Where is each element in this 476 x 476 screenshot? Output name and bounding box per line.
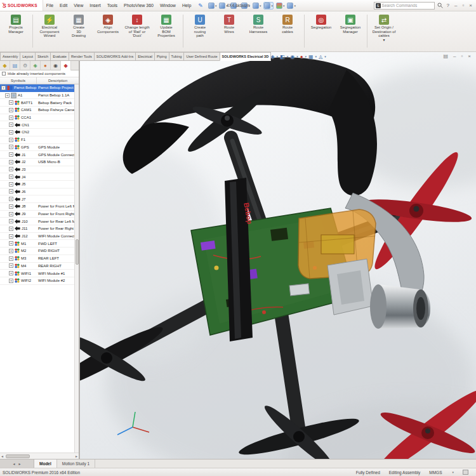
tree-row-j10[interactable]: +J10Power for Rear Left Motor: [0, 218, 74, 225]
expander-icon[interactable]: +: [9, 108, 13, 112]
scroll-right-arrow[interactable]: ▸: [74, 454, 79, 458]
tab-user-defined-route[interactable]: User Defined Route: [183, 52, 220, 61]
tree-row-gps[interactable]: +GPSGPS Module: [0, 144, 74, 152]
column-symbols[interactable]: Symbols: [0, 77, 37, 84]
tree-row-m2[interactable]: +M2FWD RIGHT: [0, 248, 74, 255]
expander-icon[interactable]: +: [9, 100, 13, 105]
route-cables-button[interactable]: RRoute cables: [273, 13, 302, 35]
projects-manager-button[interactable]: ▤Projects Manager: [1, 13, 30, 35]
print-icon[interactable]: ▾: [241, 2, 250, 10]
menu-window[interactable]: Window: [157, 3, 179, 8]
viewport-minimize-button[interactable]: –: [452, 53, 457, 59]
caret-icon[interactable]: ▾: [277, 55, 279, 58]
tree-row-j7[interactable]: +J7: [0, 195, 74, 203]
set-origin-destination-button[interactable]: ⇄Set Origin / Destination of cables ▾: [369, 13, 399, 43]
electrical-manager-tab[interactable]: ◆: [61, 61, 71, 70]
tree-row-j5[interactable]: +J5: [0, 181, 74, 188]
tree-row-j12[interactable]: +J12WIFI Module Connector: [0, 233, 74, 241]
menu-file[interactable]: File: [43, 3, 56, 8]
electrical-component-wizard-button[interactable]: ⚡Electrical Component Wizard: [35, 13, 64, 39]
help-icon[interactable]: ▾: [287, 2, 296, 10]
tree-row-cn1[interactable]: +CN1: [0, 121, 74, 129]
view-orientation-icon[interactable]: ◈: [270, 54, 274, 60]
view-settings-icon[interactable]: ◬: [319, 54, 322, 60]
update-bom-properties-button[interactable]: ▦Update BOM Properties: [152, 13, 181, 39]
tree-row-j1[interactable]: +J1GPS Module Connector: [0, 151, 74, 159]
align-components-button[interactable]: ◈Align Components: [93, 13, 122, 35]
create-3d-drawing-button[interactable]: ▦Create 3D Drawing: [64, 13, 93, 39]
graphics-viewport[interactable]: Bebop ⌖▾▭: [79, 52, 476, 459]
expander-icon[interactable]: +: [9, 271, 13, 275]
menu-help[interactable]: Help: [179, 3, 194, 8]
edit-appearance-icon[interactable]: ●: [300, 54, 303, 60]
column-description[interactable]: Description: [37, 77, 79, 84]
options-icon[interactable]: ▾: [263, 2, 274, 10]
feature-manager-tab[interactable]: ◆: [0, 61, 10, 70]
caret-icon[interactable]: ▾: [287, 55, 289, 58]
status-pane-icon[interactable]: [463, 470, 468, 475]
undo-icon[interactable]: ▾: [253, 2, 261, 10]
expander-icon[interactable]: +: [9, 130, 13, 135]
expander-icon[interactable]: +: [5, 93, 10, 98]
tab-electrical[interactable]: Electrical: [135, 52, 155, 61]
expander-icon[interactable]: +: [9, 263, 13, 268]
route-harnesses-button[interactable]: SRoute Harnesses: [244, 13, 273, 35]
tree-row-j6[interactable]: +J6: [0, 188, 74, 196]
tree-row-f1[interactable]: +F1: [0, 136, 74, 144]
tree-row-cca1[interactable]: +CCA1: [0, 114, 74, 122]
scroll-left-arrow[interactable]: ◂: [0, 454, 4, 458]
tab-piping[interactable]: Piping: [154, 52, 169, 61]
expander-icon[interactable]: +: [9, 279, 13, 283]
expander-icon[interactable]: +: [9, 256, 13, 261]
scrollbar-thumb[interactable]: [6, 454, 30, 458]
expander-icon[interactable]: +: [1, 86, 6, 90]
expander-icon[interactable]: +: [9, 249, 13, 253]
tab-assembly[interactable]: Assembly: [0, 52, 20, 61]
units-caret-icon[interactable]: ▾: [452, 470, 454, 474]
tree-row-m3[interactable]: +M3REAR LEFT: [0, 255, 74, 263]
display-manager-tab[interactable]: ●: [41, 61, 51, 70]
expander-icon[interactable]: +: [9, 167, 13, 171]
display-style-icon[interactable]: ◧: [280, 54, 285, 60]
expander-icon[interactable]: +: [9, 145, 13, 149]
expander-icon[interactable]: +: [9, 219, 13, 223]
tab-evaluate[interactable]: Evaluate: [50, 52, 69, 61]
pane-splitter[interactable]: ◂▸: [0, 459, 34, 468]
tree-row-m1[interactable]: +M1FWD LEFT: [0, 240, 74, 248]
tab-sketch[interactable]: Sketch: [35, 52, 51, 61]
restore-button[interactable]: ▫: [461, 3, 465, 8]
tree-row-j9[interactable]: +J9Power for Front Right Motor: [0, 211, 74, 218]
route-wires-button[interactable]: TRoute Wires: [215, 13, 244, 35]
tree-row-j8[interactable]: +J8Power for Front Left Motor: [0, 203, 74, 211]
expander-icon[interactable]: +: [9, 204, 13, 209]
tree-row-a1[interactable]: +A1Parrot Bebop 1.1A: [0, 92, 74, 100]
tab-motion-study-1[interactable]: Motion Study 1: [57, 459, 95, 468]
menu-insert[interactable]: Insert: [86, 3, 104, 8]
tree-row-parrot-bebop[interactable]: +Parrot BebopParrot Bebop Project: [0, 84, 74, 92]
tab-tubing[interactable]: Tubing: [169, 52, 185, 61]
tree-row-cn2[interactable]: +CN2: [0, 129, 74, 136]
segregation-button[interactable]: ◎Segregation: [307, 13, 336, 31]
minimize-button[interactable]: –: [453, 3, 458, 8]
help-icon[interactable]: ?: [446, 3, 451, 8]
expander-icon[interactable]: +: [9, 122, 13, 127]
cam-manager-tab[interactable]: ◉: [51, 61, 61, 70]
viewport-close-button[interactable]: ×: [466, 53, 472, 59]
menu-edit[interactable]: Edit: [56, 3, 70, 8]
expander-icon[interactable]: +: [9, 241, 13, 246]
tree-row-m4[interactable]: +M4REAR RIGHT: [0, 263, 74, 270]
menu-tools[interactable]: Tools: [104, 3, 121, 8]
expander-icon[interactable]: +: [9, 152, 13, 157]
save-icon[interactable]: ▾: [230, 2, 239, 10]
menu-photoview-360[interactable]: PhotoView 360: [121, 3, 157, 8]
expander-icon[interactable]: +: [9, 138, 13, 142]
open-icon[interactable]: ▾: [219, 2, 228, 10]
close-button[interactable]: ×: [468, 3, 473, 8]
dimxpert-manager-tab[interactable]: ◈: [30, 61, 41, 70]
tree-row-j2[interactable]: +J2USB Micro-B: [0, 159, 74, 166]
tree-row-j3[interactable]: +J3: [0, 166, 74, 174]
expander-icon[interactable]: +: [9, 175, 13, 179]
segregation-manager-button[interactable]: ▣Segregation Manager: [336, 13, 365, 35]
tab-render-tools[interactable]: Render Tools: [69, 52, 95, 61]
caret-icon[interactable]: ▾: [324, 55, 326, 58]
